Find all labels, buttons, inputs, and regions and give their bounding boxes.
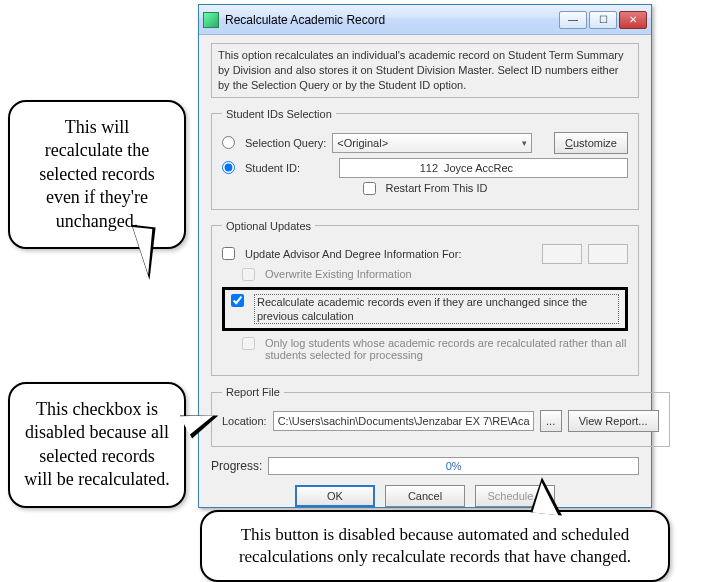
callout-disabled-checkbox-text: This checkbox is disabled because all se… xyxy=(24,399,169,489)
recalculate-highlight: Recalculate academic records even if the… xyxy=(222,287,628,332)
update-advisor-label: Update Advisor And Degree Information Fo… xyxy=(245,248,536,260)
student-id-value: 112 xyxy=(344,162,444,174)
callout-recalculate: This will recalculate the selected recor… xyxy=(8,100,186,249)
student-id-field[interactable]: 112 Joyce AccRec xyxy=(339,158,628,178)
student-id-label: Student ID: xyxy=(245,162,333,174)
customize-button[interactable]: CCustomizeustomize xyxy=(554,132,628,154)
location-label: Location: xyxy=(222,415,267,427)
student-ids-legend: Student IDs Selection xyxy=(222,108,336,120)
window-title: Recalculate Academic Record xyxy=(225,13,557,27)
maximize-button[interactable]: ☐ xyxy=(589,11,617,29)
selection-query-value: <Original> xyxy=(337,137,388,149)
student-id-name: Joyce AccRec xyxy=(444,162,623,174)
advisor-field-1[interactable] xyxy=(542,244,582,264)
selection-query-radio[interactable] xyxy=(222,136,235,149)
app-icon xyxy=(203,12,219,28)
student-id-radio[interactable] xyxy=(222,161,235,174)
optional-updates-group: Optional Updates Update Advisor And Degr… xyxy=(211,220,639,377)
titlebar[interactable]: Recalculate Academic Record — ☐ ✕ xyxy=(199,5,651,35)
view-report-button[interactable]: View Report... xyxy=(568,410,659,432)
overwrite-label: Overwrite Existing Information xyxy=(265,268,412,280)
overwrite-checkbox xyxy=(242,268,255,281)
recalculate-unchanged-label: Recalculate academic records even if the… xyxy=(254,294,619,325)
recalculate-unchanged-checkbox[interactable] xyxy=(231,294,244,307)
callout-disabled-checkbox: This checkbox is disabled because all se… xyxy=(8,382,186,508)
restart-checkbox[interactable] xyxy=(363,182,376,195)
ok-button[interactable]: OK xyxy=(295,485,375,507)
progress-label: Progress: xyxy=(211,459,262,473)
description-text: This option recalculates an individual's… xyxy=(211,43,639,98)
callout-disabled-button-text: This button is disabled because automate… xyxy=(239,525,631,566)
dialog-window: Recalculate Academic Record — ☐ ✕ This o… xyxy=(198,4,652,508)
only-log-checkbox xyxy=(242,337,255,350)
restart-label: Restart From This ID xyxy=(386,182,488,194)
location-field[interactable]: C:\Users\sachin\Documents\Jenzabar EX 7\… xyxy=(273,411,534,431)
browse-button[interactable]: ... xyxy=(540,410,562,432)
chevron-down-icon: ▾ xyxy=(522,138,527,148)
close-button[interactable]: ✕ xyxy=(619,11,647,29)
selection-query-dropdown[interactable]: <Original> ▾ xyxy=(332,133,532,153)
callout-recalculate-text: This will recalculate the selected recor… xyxy=(39,117,154,231)
callout-disabled-button: This button is disabled because automate… xyxy=(200,510,670,582)
client-area: This option recalculates an individual's… xyxy=(199,35,651,515)
progress-bar: 0% xyxy=(268,457,639,475)
report-file-group: Report File Location: C:\Users\sachin\Do… xyxy=(211,386,670,447)
progress-value: 0% xyxy=(446,460,462,472)
location-value: C:\Users\sachin\Documents\Jenzabar EX 7\… xyxy=(278,415,530,427)
only-log-label: Only log students whose academic records… xyxy=(265,337,628,361)
selection-query-label: Selection Query: xyxy=(245,137,326,149)
minimize-button[interactable]: — xyxy=(559,11,587,29)
advisor-field-2[interactable] xyxy=(588,244,628,264)
report-file-legend: Report File xyxy=(222,386,284,398)
student-ids-group: Student IDs Selection Selection Query: <… xyxy=(211,108,639,210)
cancel-button[interactable]: Cancel xyxy=(385,485,465,507)
update-advisor-checkbox[interactable] xyxy=(222,247,235,260)
optional-updates-legend: Optional Updates xyxy=(222,220,315,232)
